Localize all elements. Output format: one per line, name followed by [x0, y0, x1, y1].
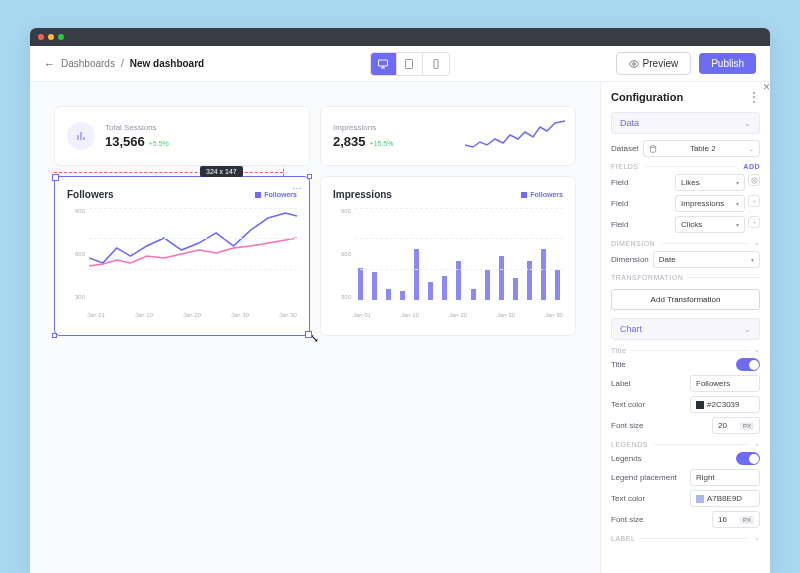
- sparkline-chart: [465, 117, 565, 157]
- bar-chart-icon: [75, 130, 87, 142]
- chart-body: 900600300 Jan 01Jan 10Jan 20Jan 30Jan 30: [67, 208, 297, 318]
- content-area: 324 x 147 Total Sessions 13,566+5.5% Imp…: [30, 82, 770, 573]
- database-icon: [649, 145, 657, 153]
- data-section-toggle[interactable]: Data⌄: [611, 112, 760, 134]
- resize-handle[interactable]: [52, 333, 57, 338]
- alignment-guide-h: [54, 172, 283, 173]
- legend-item: Followers: [255, 191, 297, 198]
- dimension-label: Dimension: [611, 255, 649, 264]
- y-axis: 900600300: [333, 208, 351, 300]
- widget-total-sessions[interactable]: Total Sessions 13,566+5.5%: [54, 106, 310, 166]
- legends-toggle[interactable]: [736, 452, 760, 465]
- dashboard-canvas[interactable]: 324 x 147 Total Sessions 13,566+5.5% Imp…: [30, 82, 600, 573]
- chevron-down-icon: ⌄: [744, 325, 751, 334]
- topbar-actions: Preview Publish: [616, 52, 756, 75]
- widget-impressions-chart[interactable]: Impressions Followers 900600300: [320, 176, 576, 336]
- chevron-down-icon: ⌄: [754, 534, 761, 542]
- dimension-head: DIMENSION: [611, 240, 655, 247]
- device-desktop-button[interactable]: [371, 53, 397, 75]
- panel-title: Configuration: [611, 91, 683, 103]
- window-min-dot[interactable]: [48, 34, 54, 40]
- label-input[interactable]: Followers: [690, 375, 760, 392]
- breadcrumb-parent[interactable]: Dashboards: [61, 58, 115, 69]
- window-max-dot[interactable]: [58, 34, 64, 40]
- breadcrumb-sep: /: [121, 58, 124, 69]
- title-head: Title: [611, 347, 626, 354]
- field-settings-icon[interactable]: [748, 216, 760, 228]
- device-tablet-button[interactable]: [397, 53, 423, 75]
- eye-icon: [629, 59, 639, 69]
- textcolor-label: Text color: [611, 400, 645, 409]
- stat-label: Impressions: [333, 123, 393, 132]
- svg-point-11: [753, 200, 754, 201]
- dataset-select[interactable]: Table 2⌄: [643, 140, 760, 157]
- legend-placement-input[interactable]: Right: [690, 469, 760, 486]
- label-label: Label: [611, 379, 631, 388]
- fontsize-label: Font size: [611, 421, 643, 430]
- chevron-down-icon: ⌄: [754, 239, 761, 247]
- window-close-dot[interactable]: [38, 34, 44, 40]
- widget-menu-icon[interactable]: ⋯: [292, 183, 303, 194]
- chevron-down-icon: ⌄: [754, 440, 761, 448]
- device-mobile-button[interactable]: [423, 53, 449, 75]
- x-axis: Jan 01Jan 10Jan 20Jan 30Jan 30: [353, 312, 563, 318]
- legend-fontsize-input[interactable]: 16PX: [712, 511, 760, 528]
- publish-button[interactable]: Publish: [699, 53, 756, 74]
- svg-point-9: [650, 145, 655, 147]
- stat-icon-wrap: [67, 122, 95, 150]
- panel-close-icon[interactable]: ×: [763, 82, 770, 94]
- svg-rect-3: [406, 59, 413, 68]
- legend-placement-label: Legend placement: [611, 473, 677, 482]
- add-field-link[interactable]: ADD: [743, 163, 760, 170]
- app-window: ← Dashboards / New dashboard Preview Pub…: [30, 28, 770, 573]
- preview-button[interactable]: Preview: [616, 52, 692, 75]
- mobile-icon: [430, 58, 442, 70]
- fontsize-label: Font size: [611, 515, 643, 524]
- stat-value: 2,835: [333, 134, 366, 149]
- stat-label: Total Sessions: [105, 123, 169, 132]
- tablet-icon: [403, 58, 415, 70]
- legend-item: Followers: [521, 191, 563, 198]
- title-fontsize-input[interactable]: 20PX: [712, 417, 760, 434]
- widgets-grid: Total Sessions 13,566+5.5% Impressions 2…: [54, 106, 576, 336]
- legends-head: LEGENDS: [611, 441, 648, 448]
- field-label: Field: [611, 220, 628, 229]
- panel-menu-icon[interactable]: ⋮: [748, 90, 760, 104]
- field-settings-icon[interactable]: [748, 174, 760, 186]
- configuration-panel: Configuration ⋮ × Data⌄ Dataset Table 2⌄…: [600, 82, 770, 573]
- field-select-likes[interactable]: Likes▾: [675, 174, 745, 191]
- widget-followers-chart[interactable]: ⋯ Followers Followers 900600300: [54, 176, 310, 336]
- field-select-impressions[interactable]: Impressions▾: [675, 195, 745, 212]
- svg-point-5: [632, 62, 635, 65]
- title-color-input[interactable]: #2C3039: [690, 396, 760, 413]
- textcolor-label: Text color: [611, 494, 645, 503]
- field-label: Field: [611, 199, 628, 208]
- desktop-icon: [377, 58, 389, 70]
- resize-handle[interactable]: [307, 174, 312, 179]
- legend-color-input[interactable]: A7B8E9D: [690, 490, 760, 507]
- label-head: LABEL: [611, 535, 635, 542]
- title-toggle[interactable]: [736, 358, 760, 371]
- size-badge: 324 x 147: [200, 166, 243, 177]
- breadcrumb-current: New dashboard: [130, 58, 204, 69]
- chart-title: Impressions: [333, 189, 392, 200]
- stat-value: 13,566: [105, 134, 145, 149]
- dimension-select[interactable]: Date▾: [653, 251, 760, 268]
- chevron-down-icon: ⌄: [744, 119, 751, 128]
- title-toggle-label: Title: [611, 360, 626, 369]
- chart-title: Followers: [67, 189, 114, 200]
- field-select-clicks[interactable]: Clicks▾: [675, 216, 745, 233]
- breadcrumb: ← Dashboards / New dashboard: [44, 58, 204, 70]
- chevron-down-icon: ⌄: [754, 346, 761, 354]
- svg-rect-4: [434, 59, 438, 68]
- add-transformation-button[interactable]: Add Transformation: [611, 289, 760, 310]
- stat-delta: +15.5%: [370, 140, 394, 147]
- field-settings-icon[interactable]: [748, 195, 760, 207]
- widget-impressions-stat[interactable]: Impressions 2,835+15.5%: [320, 106, 576, 166]
- legends-toggle-label: Legends: [611, 454, 642, 463]
- stat-delta: +5.5%: [149, 140, 169, 147]
- window-titlebar: [30, 28, 770, 46]
- y-axis: 900600300: [67, 208, 85, 300]
- chart-section-toggle[interactable]: Chart⌄: [611, 318, 760, 340]
- back-arrow-icon[interactable]: ←: [44, 58, 55, 70]
